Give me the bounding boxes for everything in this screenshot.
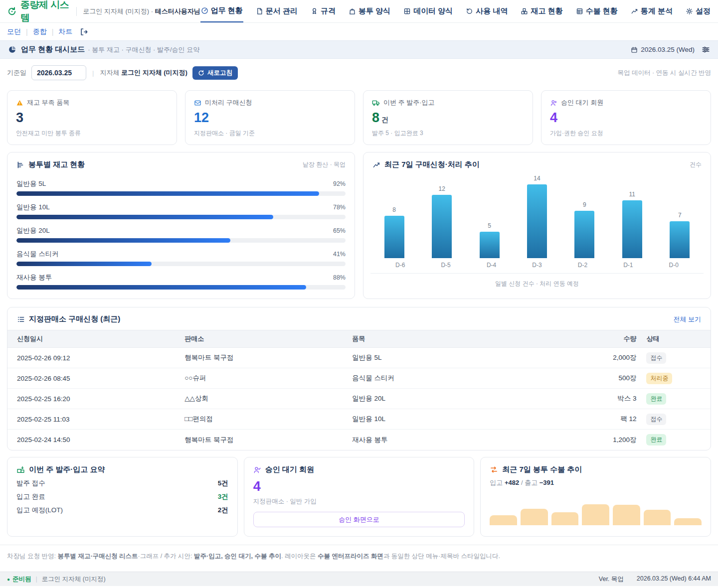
- kpi-caption: 가입·권한 승인 요청: [550, 129, 702, 138]
- nav-item-data-forms[interactable]: 데이터 양식: [403, 0, 453, 22]
- go-approval-button[interactable]: 승인 화면으로: [253, 512, 465, 527]
- summary-label: 입고 예정(LOT): [16, 506, 63, 515]
- base-date-label: 기준일: [7, 68, 26, 77]
- weekly-bar-plot: 8125149117: [363, 169, 711, 258]
- view-all-link[interactable]: 전체 보기: [673, 315, 701, 324]
- bar-x-label: D-3: [514, 262, 559, 269]
- sliders-icon[interactable]: [702, 45, 710, 54]
- inventory-item-percent: 65%: [333, 227, 346, 234]
- out-label: 출고: [525, 479, 538, 486]
- status-cell: 완료: [639, 393, 701, 405]
- footnote-segment: 과 동일한 상단 메뉴·제목바 스타일입니다.: [383, 553, 500, 560]
- summary-row: 발주 접수5건: [16, 479, 228, 488]
- base-date-input[interactable]: [31, 65, 86, 80]
- inventory-row-head: 일반용 20L65%: [16, 226, 346, 235]
- bar: [432, 195, 452, 258]
- kpi-title: 미처리 구매신청: [205, 98, 252, 107]
- inventory-bar-track: [16, 215, 346, 219]
- mode-link-modern[interactable]: 모던: [7, 27, 21, 36]
- kpi-card-weekly-orders: 이번 주 발주·입고 8건 발주 5 · 입고완료 3: [363, 90, 533, 145]
- footnote-segment: . 레이아웃은: [281, 553, 318, 560]
- truck-icon: [372, 99, 380, 107]
- quantity: 500장: [530, 374, 640, 383]
- inventory-bar-fill: [16, 285, 306, 290]
- view-mode-row: 모던 | 종합 | 차트: [0, 23, 718, 40]
- bar-value-label: 9: [583, 201, 586, 208]
- nav-item-settings[interactable]: 설정: [685, 0, 711, 22]
- main-nav: 업무 현황 문서 관리 규격 봉투 양식 데이터 양식 사용 내역 재고 현황: [200, 0, 711, 22]
- summary-value: 2건: [218, 506, 228, 515]
- order-summary-panel: 이번 주 발주·입고 요약 발주 접수5건 입고 완료3건 입고 예정(LOT)…: [7, 457, 238, 537]
- refresh-icon: [198, 70, 204, 76]
- inventory-row-head: 음식물 스티커41%: [16, 250, 346, 259]
- nav-item-usage-history[interactable]: 사용 내역: [465, 0, 508, 22]
- kpi-title: 이번 주 발주·입고: [383, 98, 435, 107]
- nav-item-specs[interactable]: 규격: [310, 0, 336, 22]
- bar-x-label: D-2: [560, 262, 605, 269]
- login-context: 로그인 지자체 (미지정) · 테스터사용자님: [83, 7, 200, 16]
- inventory-row: 재사용 봉투88%: [16, 273, 346, 290]
- transfer-arrows-icon: [490, 465, 498, 474]
- summary-value: 3건: [218, 492, 228, 501]
- col-header-qty: 수량: [530, 334, 640, 343]
- kpi-title: 승인 대기 회원: [561, 98, 603, 107]
- status-datetime: 2026.03.25 (Wed) 6:44 AM: [637, 575, 711, 584]
- nav-item-documents[interactable]: 문서 관리: [255, 0, 298, 22]
- mode-link-combined[interactable]: 종합: [33, 27, 47, 36]
- footnote-segment: 봉투별 재고·구매신청 리스트: [57, 553, 138, 560]
- kpi-value: 3: [16, 110, 168, 126]
- nav-item-work-status[interactable]: 업무 현황: [200, 0, 243, 22]
- inventory-bar-fill: [16, 238, 230, 243]
- inventory-item-percent: 88%: [333, 274, 346, 281]
- inventory-bar-fill: [16, 191, 319, 196]
- transfer-caption: 입고 +482 / 출고 −391: [490, 478, 702, 487]
- mode-link-chart[interactable]: 차트: [58, 27, 72, 36]
- hbar-chart-icon: [16, 161, 24, 169]
- document-icon: [256, 7, 263, 15]
- nav-label: 문서 관리: [266, 6, 298, 16]
- store-name: ○○슈퍼: [184, 374, 352, 383]
- bar-x-label: D-0: [651, 262, 697, 269]
- inventory-item-label: 재사용 봉투: [16, 273, 52, 282]
- bag-icon: [349, 7, 356, 15]
- store-name: 행복마트 북구점: [184, 436, 352, 444]
- col-header-status: 상태: [639, 334, 701, 343]
- table-body: 2025-02-26 09:12행복마트 북구점일반용 5L2,000장접수20…: [7, 348, 711, 450]
- status-badge: 접수: [646, 414, 666, 425]
- summary-label: 발주 접수: [16, 479, 45, 488]
- logout-icon[interactable]: [79, 27, 88, 36]
- brand: 종량제 시스템: [7, 0, 70, 24]
- request-date: 2025-02-25 16:20: [17, 395, 184, 403]
- table-row: 2025-02-24 14:50행복마트 북구점재사용 봉투1,200장완료: [7, 430, 711, 450]
- refresh-button[interactable]: 새로고침: [192, 66, 238, 80]
- filter-divider: |: [92, 69, 94, 77]
- chart-icon: [631, 7, 638, 15]
- kpi-card-low-stock: 재고 부족 품목 3 안전재고 미만 봉투 종류: [7, 90, 177, 145]
- kpi-value: 8건: [372, 110, 524, 126]
- date-chip[interactable]: 2026.03.25 (Wed): [631, 46, 695, 53]
- in-label: 입고: [490, 479, 503, 486]
- summary-label: 입고 완료: [16, 492, 45, 501]
- bar-x-label: D-6: [377, 262, 423, 269]
- table-row: 2025-02-25 16:20△△상회일반용 20L박스 3완료: [7, 389, 711, 409]
- transfer-mini-bar: [521, 509, 548, 525]
- footnote-segment: ·그래프 / 추가 시안:: [138, 553, 194, 560]
- grid-icon: [403, 7, 411, 15]
- summary-value: 5건: [218, 479, 228, 488]
- item-name: 일반용 20L: [352, 394, 530, 403]
- bar-column: 14: [513, 175, 560, 258]
- nav-item-statistics[interactable]: 통계 분석: [630, 0, 673, 22]
- transfer-mini-bar: [582, 504, 609, 525]
- footnote-segment: 차장님 요청 반영:: [7, 553, 57, 560]
- item-name: 재사용 봉투: [352, 436, 530, 444]
- nav-item-stock-status[interactable]: 재고 현황: [520, 0, 563, 22]
- bar-column: 9: [561, 201, 608, 258]
- weekly-requests-panel: 최근 7일 구매신청·처리 추이 건수 8125149117 D-6D-5D-4…: [363, 152, 711, 299]
- nav-item-transfer-status[interactable]: 수불 현황: [575, 0, 618, 22]
- footnote-segment: 수불 엔터프라이즈 화면: [318, 553, 383, 560]
- nav-item-bag-forms[interactable]: 봉투 양식: [348, 0, 391, 22]
- chart-panels: 봉투별 재고 현황 낱장 환산 · 목업 일반용 5L92%일반용 10L78%…: [7, 152, 711, 299]
- user-name: 테스터사용자님: [155, 7, 200, 15]
- item-name: 일반용 5L: [352, 353, 530, 362]
- status-cell: 완료: [639, 434, 701, 445]
